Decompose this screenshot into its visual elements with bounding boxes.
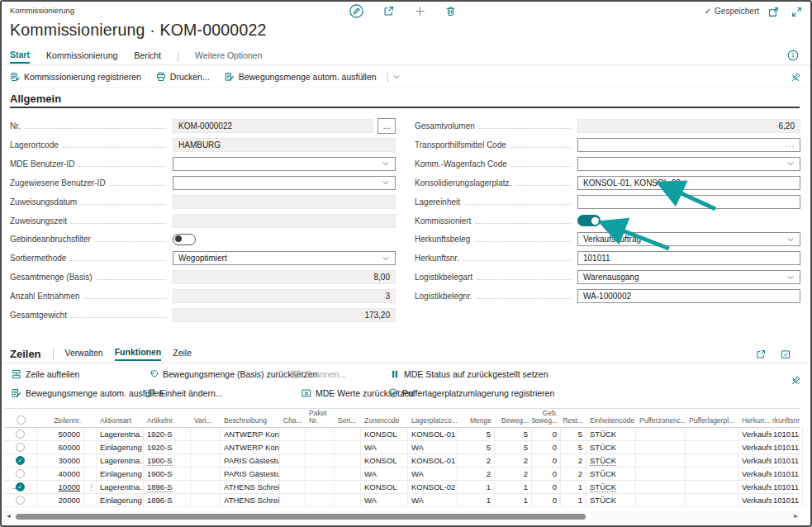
cell-aktionsart[interactable]: Lagerentna... [97,428,144,441]
cell-selector[interactable]: →✓ [4,481,37,494]
cell-variante[interactable] [191,494,221,507]
cell-herkunft[interactable]: Verkaufs... [738,481,772,494]
cell-rest[interactable]: 5 [561,441,586,454]
cell-variante[interactable] [191,481,221,494]
cell-zeilennr[interactable]: 30000 [37,454,84,468]
cell-aktionsart[interactable]: Einlagerung [97,441,144,454]
popout-window-icon[interactable] [767,5,781,19]
cell-menge[interactable]: 5 [458,428,495,441]
cell-bewegung[interactable]: 2 [495,468,532,481]
cell-charge[interactable] [280,454,306,468]
scroll-left-icon[interactable]: ◄ [6,513,12,519]
col-zonencode[interactable]: Zonencode [361,416,408,427]
cell-herkunftsnr[interactable]: 101011 [772,428,803,441]
cell-herkunftsnr[interactable]: 101011 [772,454,803,468]
drucken-action[interactable]: Drucken... [156,72,210,82]
cell-geb[interactable]: 0 [532,481,561,494]
section-heading-allgemein[interactable]: Allgemein [10,93,61,105]
cell-menge[interactable]: 5 [458,441,495,454]
lines-share-icon[interactable] [754,348,767,361]
cell-aktionsart[interactable]: Einlagerung [97,468,144,481]
cell-einheit[interactable]: STÜCK [586,494,636,507]
col-beschreibung[interactable]: Beschreibung [221,416,280,427]
sortiermethode-field[interactable]: Wegoptimiert [173,251,396,265]
cell-variante[interactable] [191,454,221,468]
cell-einheit[interactable]: STÜCK [586,481,636,494]
komm-wagenfach-code-field[interactable] [577,157,800,171]
cell-geb[interactable]: 0 [532,468,561,481]
col-lagerplatzcode[interactable]: Lagerplatzco... [408,416,458,427]
cell-zeilennr[interactable]: 60000 [37,441,84,454]
kommissionierung-registrieren-action[interactable]: Kommissionierung registrieren [10,72,141,82]
mde-benutzer-id-field[interactable] [173,157,396,171]
cell-selector[interactable] [4,441,37,454]
col-charge[interactable]: Cha... [280,416,306,427]
cell-geb[interactable]: 0 [532,428,561,441]
cell-pufferplatz[interactable] [686,428,738,441]
tab-bericht[interactable]: Bericht [134,50,161,63]
row-select-circle[interactable] [16,443,25,452]
cell-beschreibung[interactable]: ANTWERP Konfe... [221,441,280,454]
col-geb[interactable]: Geb. Beweg... [532,409,561,427]
cell-bewegung[interactable]: 1 [495,481,532,494]
cell-serie[interactable] [335,428,361,441]
cell-serie[interactable] [335,481,361,494]
cell-aktionsart[interactable]: Lagerentna... [97,454,144,468]
cell-pufferzone[interactable] [636,468,686,481]
nr-assist-button[interactable]: ... [378,118,396,134]
tab-weitere-optionen[interactable]: Weitere Optionen [195,50,263,63]
cell-artikelnr[interactable]: 1896-S [144,494,191,507]
cell-rest[interactable]: 1 [561,494,586,507]
cell-zeilennr[interactable]: 50000 [37,428,84,441]
cell-selector[interactable]: ✓ [4,454,37,468]
bewegungsmenge-autom-ausfuellen-zeilen-action[interactable]: Bewegungsmenge autom. ausfüllen [12,387,164,400]
lines-tab-funktionen[interactable]: Funktionen [115,347,162,361]
cell-zeilennr[interactable]: 10000 [37,481,84,494]
cell-lagerplatzcode[interactable]: KONSOL-01 [408,454,458,468]
cell-geb[interactable]: 0 [532,441,561,454]
cell-selector[interactable] [4,428,37,441]
col-pufferplatz[interactable]: Pufferlagerpl... [686,416,738,427]
table-row[interactable]: 60000Einlagerung1920-SANTWERP Konfe...WA… [4,441,800,454]
chevron-down-icon[interactable] [392,73,401,81]
lines-tab-zeile[interactable]: Zeile [173,348,192,360]
cell-rest[interactable]: 2 [561,454,586,468]
cell-charge[interactable] [280,468,306,481]
cell-serie[interactable] [335,454,361,468]
cell-einheit[interactable]: STÜCK [586,454,636,468]
table-row[interactable]: 20000Einlagerung1896-SATHENS Schreibt...… [4,494,800,507]
cell-menu[interactable] [84,494,97,507]
col-herkunftsnr[interactable]: Herkunftsnr [772,416,803,427]
ribbon-pin-icon[interactable] [789,70,802,83]
cell-beschreibung[interactable]: ANTWERP Konfe... [221,428,280,441]
cell-herkunft[interactable]: Verkaufs... [738,454,772,468]
new-icon[interactable] [413,4,427,18]
bewegungsmenge-autom-ausfuellen-action[interactable]: Bewegungsmenge autom. ausfüllen [225,72,401,83]
cell-pufferplatz[interactable] [686,441,738,454]
transporthilfsmittel-code-field[interactable]: ... [577,138,800,152]
cell-menu[interactable] [84,468,97,481]
scrollbar-thumb[interactable] [16,514,586,520]
cell-charge[interactable] [280,428,306,441]
cell-herkunftsnr[interactable]: 101011 [772,481,803,494]
col-pufferzone[interactable]: Pufferzonenc... [636,416,686,427]
cell-beschreibung[interactable]: PARIS Gästestuhl... [221,468,280,481]
cell-paketnr[interactable] [306,468,335,481]
table-row[interactable]: →✓10000⋮Lagerentna...1896-SATHENS Schrei… [4,481,800,494]
col-artikelnr[interactable]: Artikelnr. [144,416,191,427]
konsolidierungslagerplatz-field[interactable]: KONSOL-01, KONSOL-02 [577,176,800,190]
row-select-circle[interactable] [16,496,25,505]
cell-bewegung[interactable]: 5 [495,428,532,441]
cell-pufferzone[interactable] [636,428,686,441]
cell-charge[interactable] [280,481,306,494]
row-select-circle[interactable] [16,430,25,439]
cell-bewegung[interactable]: 2 [495,454,532,468]
cell-herkunft[interactable]: Verkaufs... [738,428,772,441]
cell-paketnr[interactable] [306,441,335,454]
cell-menu[interactable]: ⋮ [84,481,97,494]
cell-paketnr[interactable] [306,494,335,507]
logistikbelegnr-field[interactable]: WA-1000002 [577,289,800,303]
col-selector[interactable] [4,415,37,427]
cell-beschreibung[interactable]: ATHENS Schreibt... [221,494,280,507]
row-menu-icon[interactable]: ⋮ [88,483,95,491]
